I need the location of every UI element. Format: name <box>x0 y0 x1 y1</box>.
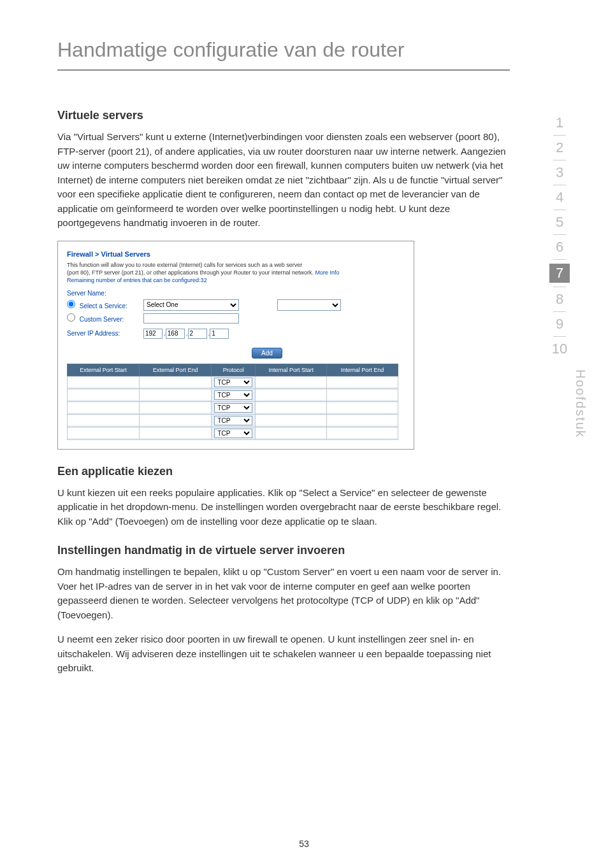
radio-select-service[interactable] <box>67 300 75 308</box>
tab-9[interactable]: 9 <box>549 316 570 332</box>
heading-manual-settings: Instellingen handmatig in de virtuele se… <box>57 544 510 557</box>
page-number: 53 <box>299 839 309 849</box>
row-server-ip: Server IP Address: . . . <box>67 329 405 339</box>
int-start-input[interactable] <box>256 390 326 400</box>
para-manual-1: Om handmatig instellingen te bepalen, kl… <box>57 565 510 622</box>
int-end-input[interactable] <box>327 428 398 438</box>
screenshot-desc1: This function will allow you to route ex… <box>67 262 405 268</box>
remaining-entries: Remaining number of entries that can be … <box>67 277 405 283</box>
label-select-service: Select a Service: <box>80 302 127 309</box>
select-service-dropdown-2[interactable] <box>277 299 341 311</box>
th-ext-start: External Port Start <box>68 364 140 376</box>
heading-choose-app: Een applicatie kiezen <box>57 465 510 478</box>
heading-virtual-servers: Virtuele servers <box>57 109 510 122</box>
select-service-dropdown[interactable]: Select One <box>143 299 239 311</box>
table-row: TCP <box>68 376 398 388</box>
tab-3[interactable]: 3 <box>549 164 570 181</box>
ip-b[interactable] <box>166 329 185 339</box>
ext-start-input[interactable] <box>68 402 139 413</box>
more-info-link[interactable]: More Info <box>315 269 340 276</box>
protocol-select[interactable]: TCP <box>214 403 252 413</box>
int-end-input[interactable] <box>327 402 398 413</box>
ext-start-input[interactable] <box>68 415 139 425</box>
chapter-tabs: 1 2 3 4 5 6 7 8 9 10 <box>549 115 570 360</box>
para-virtual-servers: Via "Virtual Servers" kunt u externe (In… <box>57 130 510 231</box>
ext-start-input[interactable] <box>68 377 139 387</box>
th-protocol: Protocol <box>212 364 256 376</box>
ip-a[interactable] <box>143 329 163 339</box>
ext-end-input[interactable] <box>140 415 211 425</box>
ip-c[interactable] <box>188 329 207 339</box>
protocol-select[interactable]: TCP <box>214 416 252 425</box>
row-select-service: Select a Service: Select One <box>67 299 405 311</box>
label-server-ip: Server IP Address: <box>67 330 143 337</box>
th-int-start: Internal Port Start <box>256 364 327 376</box>
ext-start-input[interactable] <box>68 390 139 400</box>
page-title: Handmatige configuratie van de router <box>57 38 551 62</box>
screenshot-panel: Firewall > Virtual Servers This function… <box>57 241 414 450</box>
int-end-input[interactable] <box>327 377 398 387</box>
table-row: TCP <box>68 427 398 439</box>
tab-1[interactable]: 1 <box>549 115 570 131</box>
ext-start-input[interactable] <box>68 428 139 438</box>
int-start-input[interactable] <box>256 428 326 438</box>
th-ext-end: External Port End <box>140 364 212 376</box>
tab-10[interactable]: 10 <box>549 341 570 357</box>
table-row: TCP <box>68 414 398 427</box>
side-label-chapter: Hoofdstuk <box>573 369 588 438</box>
int-start-input[interactable] <box>256 415 326 425</box>
table-row: TCP <box>68 388 398 401</box>
row-custom-server: Custom Server: <box>67 313 405 324</box>
tab-4[interactable]: 4 <box>549 189 570 206</box>
int-start-input[interactable] <box>256 377 326 387</box>
ext-end-input[interactable] <box>140 390 211 400</box>
int-end-input[interactable] <box>327 415 398 425</box>
add-button[interactable]: Add <box>252 348 282 359</box>
protocol-select[interactable]: TCP <box>214 390 252 400</box>
virtual-servers-table: External Port Start External Port End Pr… <box>67 364 398 440</box>
breadcrumb: Firewall > Virtual Servers <box>67 250 405 258</box>
ext-end-input[interactable] <box>140 402 211 413</box>
ext-end-input[interactable] <box>140 428 211 438</box>
screenshot-desc2: (port 80), FTP server (port 21), or othe… <box>67 269 405 276</box>
int-end-input[interactable] <box>327 390 398 400</box>
protocol-select[interactable]: TCP <box>214 378 252 387</box>
ext-end-input[interactable] <box>140 377 211 387</box>
tab-5[interactable]: 5 <box>549 214 570 231</box>
title-divider <box>57 69 510 71</box>
para-choose-app: U kunt kiezen uit een reeks populaire ap… <box>57 486 510 529</box>
screenshot-desc2-text: (port 80), FTP server (port 21), or othe… <box>67 269 314 276</box>
table-row: TCP <box>68 401 398 414</box>
tab-2[interactable]: 2 <box>549 139 570 156</box>
protocol-select[interactable]: TCP <box>214 429 252 438</box>
radio-custom-server[interactable] <box>67 313 75 322</box>
ip-d[interactable] <box>210 329 229 339</box>
label-custom-server: Custom Server: <box>80 316 124 323</box>
th-int-end: Internal Port End <box>327 364 398 376</box>
tab-8[interactable]: 8 <box>549 291 570 308</box>
main-content: Virtuele servers Via "Virtual Servers" k… <box>57 109 510 676</box>
server-name-label: Server Name: <box>67 290 405 297</box>
tab-6[interactable]: 6 <box>549 239 570 255</box>
para-manual-2: U neemt een zeker risico door poorten in… <box>57 632 510 676</box>
tab-7[interactable]: 7 <box>549 264 570 283</box>
custom-server-input[interactable] <box>143 313 239 324</box>
int-start-input[interactable] <box>256 402 326 413</box>
